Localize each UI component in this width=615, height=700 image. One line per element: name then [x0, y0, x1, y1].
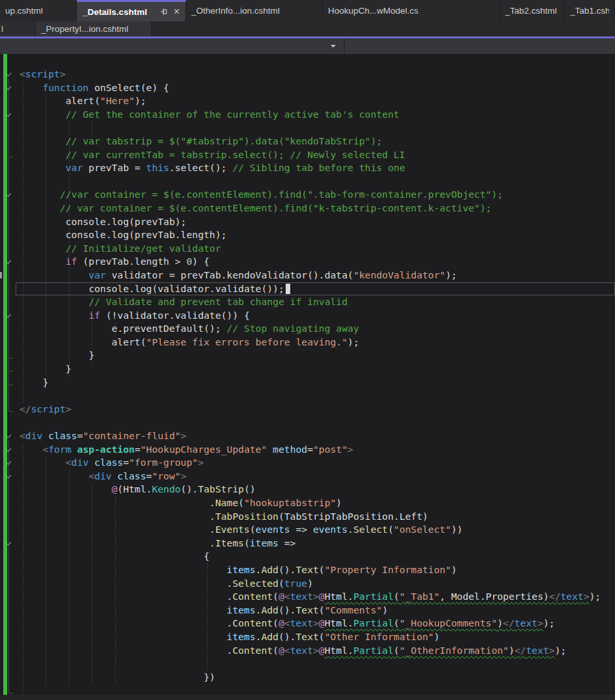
code-token: "hookuptabstrip" [244, 497, 336, 508]
code-line[interactable]: if (!validator.validate()) { [0, 309, 615, 323]
code-token: alert( [111, 336, 146, 347]
code-line[interactable]: </script> [0, 403, 615, 416]
code-token: > [313, 617, 319, 628]
code-line[interactable]: <form asp-action="HookupCharges_Update" … [0, 443, 615, 457]
code-line[interactable]: // Get the container of the currently ac… [0, 108, 615, 122]
code-token: if [89, 310, 100, 321]
editor-tab[interactable]: _Details.cshtml× [77, 0, 186, 21]
code-line[interactable]: .Name("hookuptabstrip") [0, 496, 615, 510]
code-token: = [77, 430, 83, 441]
editor-tab[interactable]: l [0, 21, 36, 36]
code-token: = [123, 457, 129, 468]
tab-label: _Tab1.csht [570, 6, 609, 16]
close-icon[interactable]: × [174, 8, 180, 16]
code-indent [20, 457, 66, 468]
code-line[interactable]: .TabPosition(TabStripTabPosition.Left) [0, 510, 615, 524]
code-token: } [66, 363, 72, 374]
code-token: < [66, 457, 72, 468]
code-line[interactable]: items.Add().Text("Other Information") [0, 630, 615, 644]
code-line[interactable]: } [0, 376, 615, 390]
code-token: Text [295, 604, 318, 615]
code-line[interactable]: //var container = $(e.contentElement).fi… [0, 188, 615, 202]
code-line[interactable]: }) [0, 671, 615, 684]
code-token: div [72, 457, 89, 468]
code-line[interactable]: } [0, 362, 615, 376]
editor-tab[interactable]: _PropertyI...ion.cshtml [36, 21, 152, 36]
code-indent [20, 95, 66, 106]
code-line[interactable]: <div class="row"> [0, 470, 615, 483]
code-line[interactable]: .Selected(true) [0, 577, 615, 591]
code-line[interactable]: .Content(@<text>@Html.Partial("_Tab1", M… [0, 590, 615, 604]
code-token: </ [503, 617, 515, 628]
code-line[interactable] [0, 389, 615, 403]
code-line[interactable] [0, 121, 615, 135]
code-token: "Please fix errors before leaving." [146, 336, 348, 347]
code-line[interactable]: // var currentTab = tabstrip.select(); /… [0, 148, 615, 162]
editor-tab[interactable]: _Tab1.csht [565, 0, 615, 21]
code-line[interactable]: alert("Here"); [0, 94, 615, 108]
code-line[interactable]: alert("Please fix errors before leaving.… [0, 336, 615, 349]
code-token: . [226, 591, 232, 602]
code-line[interactable]: <div class="form-group"> [0, 456, 615, 470]
editor-tab[interactable]: up.cshtml [0, 0, 77, 21]
code-indent [20, 537, 210, 548]
code-line[interactable] [0, 416, 615, 429]
code-token: "row" [152, 470, 180, 481]
pin-icon[interactable] [160, 8, 168, 16]
code-line[interactable]: // var container = $(e.contentElement).f… [0, 202, 615, 215]
code-token: ); [554, 645, 566, 656]
code-line[interactable]: .Content(@<text>@Html.Partial("_OtherInf… [0, 644, 615, 658]
code-line[interactable]: console.log(validator.validate()); [0, 282, 615, 296]
code-token: Content [232, 645, 273, 656]
code-line[interactable]: // Validate and prevent tab change if in… [0, 295, 615, 309]
code-line[interactable]: // var tabstrip = $("#tabstrip").data("k… [0, 135, 615, 148]
code-token: => [290, 524, 313, 535]
editor-tab[interactable]: _OtherInfo...ion.cshtml [186, 0, 323, 21]
navbar-dropdown-types[interactable] [0, 38, 345, 54]
code-line[interactable]: console.log(prevTab); [0, 215, 615, 229]
code-line[interactable]: var prevTab = this.select(); // Sibling … [0, 161, 615, 175]
code-token: ( [244, 537, 250, 548]
code-line[interactable]: <script> [0, 68, 615, 81]
code-token: text [290, 591, 313, 602]
code-token: text [515, 617, 538, 628]
code-line[interactable]: .Events(events => events.Select("onSelec… [0, 523, 615, 537]
code-line[interactable]: items.Add().Text("Property Information") [0, 563, 615, 577]
code-line[interactable]: <div class="container-fluid"> [0, 429, 615, 443]
horizontal-scrollbar[interactable] [0, 695, 615, 700]
code-token: "Other Information" [325, 631, 434, 642]
navbar-dropdown-members[interactable] [345, 38, 615, 54]
tab-label: _Details.cshtml [83, 7, 147, 17]
code-token: validator = prevTab.kendoValidator().dat… [106, 269, 353, 280]
code-line[interactable]: if (prevTab.length > 0) { [0, 255, 615, 269]
code-token: //var container = $(e.contentElement).fi… [60, 189, 503, 200]
code-line[interactable]: .Content(@<text>@Html.Partial("_HookupCo… [0, 617, 615, 630]
code-line[interactable]: var validator = prevTab.kendoValidator()… [0, 269, 615, 282]
code-token: // var tabstrip = $("#tabstrip").data("k… [66, 135, 382, 146]
code-line[interactable]: items.Add().Text("Comments") [0, 604, 615, 617]
code-indent [20, 645, 226, 656]
code-line[interactable]: function onSelect(e) { [0, 81, 615, 95]
code-line[interactable]: // Initialize/get validator [0, 242, 615, 256]
code-line[interactable] [0, 684, 615, 695]
code-token: // Sibling tab before this one [232, 162, 405, 173]
code-editor[interactable]: <script> function onSelect(e) { alert("H… [0, 54, 615, 695]
code-token: { [204, 550, 210, 561]
editor-tab[interactable]: HookupCh...wModel.cs [323, 0, 500, 21]
code-token: true [284, 578, 307, 589]
code-token: } [42, 377, 48, 388]
code-indent [20, 617, 226, 628]
code-indent [20, 135, 66, 146]
code-token: Partial [353, 617, 394, 628]
code-indent [20, 336, 111, 347]
editor-tab[interactable]: _Tab2.cshtml [500, 0, 565, 21]
code-line[interactable]: console.log(prevTab.length); [0, 228, 615, 242]
code-line[interactable]: { [0, 550, 615, 563]
code-line[interactable]: @(Html.Kendo().TabStrip() [0, 483, 615, 496]
code-line[interactable]: e.preventDefault(); // Stop navigating a… [0, 322, 615, 336]
code-line[interactable] [0, 657, 615, 671]
code-line[interactable] [0, 175, 615, 189]
code-line[interactable]: } [0, 349, 615, 362]
code-line[interactable]: .Items(items => [0, 537, 615, 550]
tab-label: _PropertyI...ion.cshtml [41, 24, 128, 34]
